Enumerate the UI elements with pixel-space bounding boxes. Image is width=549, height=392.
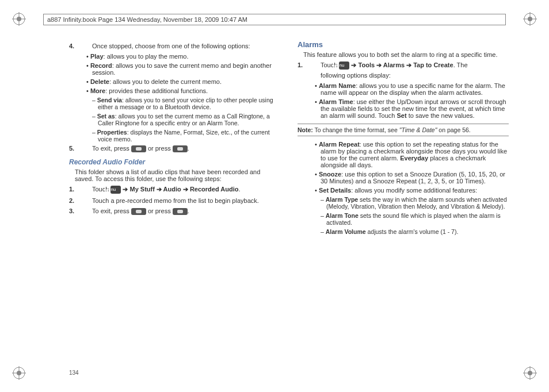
end-key-icon [173, 208, 188, 215]
ornament-icon [10, 10, 28, 28]
right-column: Alarms This feature allows you to both s… [298, 40, 509, 369]
desc: : allows you modify some additional feat… [351, 187, 477, 194]
home-key-icon [131, 208, 146, 215]
label: Alarm Time [319, 98, 353, 105]
label: Record [90, 62, 112, 69]
home-key-icon [131, 145, 146, 152]
label: Alarm Name [319, 82, 356, 89]
set-label: Set [396, 112, 406, 119]
bullet-record: • Record: allows you to save the current… [86, 62, 280, 76]
label: More [90, 87, 105, 94]
bullet-delete: • Delete: allows you to delete the curre… [86, 78, 280, 85]
step-number: 1. [309, 62, 321, 68]
alarms-intro: This feature allows you to both set the … [303, 51, 509, 58]
menu-key-icon: Menu [110, 186, 121, 194]
text-c: . [188, 207, 189, 214]
alarms-heading: Alarms [298, 40, 509, 49]
alarm-step-1: 1.Touch Menu ➔ Tools ➔ Alarms ➔ Tap to C… [309, 62, 509, 70]
note-ref: "Time & Date" [399, 126, 437, 133]
note-text: To change the time format, see [313, 126, 399, 133]
section-intro: This folder shows a list of audio clips … [75, 168, 280, 182]
step-number: 4. [81, 43, 92, 49]
step-text: Once stopped, choose from one of the fol… [92, 43, 250, 49]
bullet-alarm-repeat: • Alarm Repeat: use this option to set t… [315, 141, 509, 168]
desc: : allows you to save the current memo an… [92, 62, 272, 76]
alarm-step-1-cont: following options display: [309, 72, 509, 79]
desc2: to save the new values. [407, 112, 475, 119]
label: Play [90, 53, 104, 60]
label: Alarm Volume [326, 228, 366, 235]
end-key-icon [173, 145, 188, 152]
everyday-label: Everyday [400, 155, 428, 162]
label: Alarm Type [326, 196, 358, 203]
bullet-snooze: • Snooze: use this option to set a Snooz… [315, 171, 509, 185]
dash-setas: – Set as: allows you to set the current … [92, 113, 280, 126]
step-5: 5.To exit, press or press . [81, 145, 280, 152]
ornament-icon [521, 10, 539, 28]
dash-sendvia: – Send via: allows you to send your voic… [92, 97, 280, 110]
label: Alarm Tone [326, 212, 359, 219]
header-bar: a887 Infinity.book Page 134 Wednesday, N… [43, 14, 506, 25]
desc: : allows you to set the current memo as … [98, 113, 270, 126]
desc: : use this option to set a Snooze Durati… [321, 171, 505, 185]
page-content: 4.Once stopped, choose from one of the f… [69, 40, 509, 369]
desc: : provides these additional functions. [105, 87, 208, 94]
menu-key-icon: Menu [339, 62, 349, 70]
label: Alarm Repeat [319, 141, 360, 148]
left-column: 4.Once stopped, choose from one of the f… [69, 40, 280, 369]
bullet-set-details: • Set Details: allows you modify some ad… [315, 187, 509, 194]
bullet-play: • Play: allows you to play the memo. [86, 53, 280, 60]
dash-alarm-tone: – Alarm Tone sets the sound file which i… [321, 212, 509, 226]
label: Properties [97, 129, 127, 136]
path: ➔ Tools ➔ Alarms ➔ Tap to Create [349, 62, 453, 68]
dash-alarm-type: – Alarm Type sets the way in which the a… [321, 196, 509, 210]
dash-alarm-volume: – Alarm Volume adjusts the alarm's volum… [321, 228, 509, 235]
bullet-more: • More: provides these additional functi… [86, 87, 280, 94]
label: Send via [97, 97, 122, 103]
note-label: Note: [298, 126, 313, 133]
bullet-alarm-time: • Alarm Time: use either the Up/Down inp… [315, 98, 509, 119]
step-number: 3. [81, 207, 92, 214]
dash-properties: – Properties: displays the Name, Format,… [92, 129, 280, 143]
text-b: or press [146, 207, 173, 214]
desc: : allows you to send your voice clip to … [98, 97, 273, 110]
text-c: . [238, 186, 240, 193]
label: Delete [90, 78, 109, 85]
text-d: following options display: [321, 72, 391, 79]
label: Set Details [319, 187, 351, 194]
rec-step-3: 3.To exit, press or press . [81, 207, 280, 215]
note: Note: To change the time format, see "Ti… [298, 124, 509, 136]
label: Snooze [319, 171, 341, 178]
desc: : allows you to delete the current memo. [109, 78, 222, 85]
desc: adjusts the alarm's volume (1 - 7). [366, 228, 459, 235]
desc: : allows you to play the memo. [104, 53, 189, 60]
bullet-alarm-name: • Alarm Name: allows you to use a specif… [315, 82, 509, 96]
rec-step-2: 2.Touch a pre-recorded memo from the lis… [81, 197, 280, 204]
step-number: 1. [81, 186, 92, 193]
section-heading: Recorded Audio Folder [69, 158, 280, 166]
text-c: . [188, 145, 189, 152]
ornament-icon [10, 364, 28, 382]
ornament-icon [521, 364, 539, 382]
text-a: To exit, press [92, 207, 131, 214]
step-number: 2. [81, 197, 92, 204]
step-4: 4.Once stopped, choose from one of the f… [81, 43, 280, 49]
path: ➔ My Stuff ➔ Audio ➔ Recorded Audio [121, 186, 238, 193]
rec-step-1: 1.Touch Menu ➔ My Stuff ➔ Audio ➔ Record… [81, 186, 280, 194]
step-text: Touch a pre-recorded memo from the list … [92, 197, 259, 204]
text-c: . The [453, 62, 468, 68]
note-text2: on page 56. [437, 126, 470, 133]
step-number: 5. [81, 145, 92, 152]
text-b: or press [146, 145, 173, 152]
label: Set as [97, 113, 115, 120]
text-a: To exit, press [92, 145, 131, 152]
page-number: 134 [69, 370, 79, 376]
